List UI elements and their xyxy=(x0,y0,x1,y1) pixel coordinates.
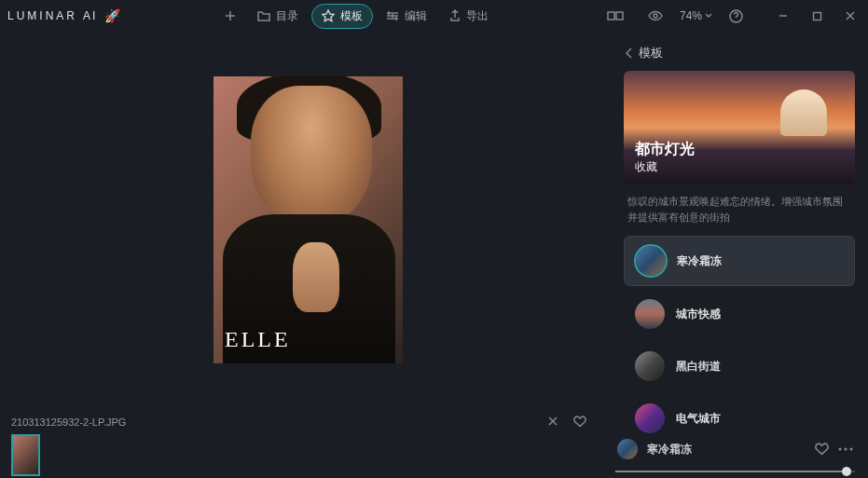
edit-tab[interactable]: 编辑 xyxy=(377,5,436,28)
svg-point-7 xyxy=(850,448,853,451)
image-preview[interactable]: ELLE xyxy=(214,76,403,363)
app-logo: LUMINAR AI 🚀 xyxy=(7,8,123,23)
collection-title: 都市灯光 xyxy=(635,140,695,159)
app-name: LUMINAR xyxy=(7,9,77,22)
export-label: 导出 xyxy=(466,8,489,24)
template-item-city-thrill[interactable]: 城市快感 xyxy=(624,290,855,338)
collection-hero[interactable]: 都市灯光 收藏 xyxy=(624,71,855,184)
template-thumbnail-icon xyxy=(636,246,666,276)
reject-button[interactable] xyxy=(547,416,558,428)
back-button[interactable]: 模板 xyxy=(624,39,855,71)
back-label: 模板 xyxy=(639,45,663,61)
applied-more-button[interactable] xyxy=(838,447,853,451)
svg-rect-1 xyxy=(616,12,623,20)
template-label: 寒冷霜冻 xyxy=(677,253,722,269)
template-thumbnail-icon xyxy=(635,351,665,381)
filmstrip-thumbnail[interactable] xyxy=(11,434,40,476)
svg-rect-4 xyxy=(813,12,820,20)
zoom-value: 74% xyxy=(680,9,702,22)
applied-favorite-button[interactable] xyxy=(815,443,829,456)
minimize-button[interactable] xyxy=(773,6,793,26)
svg-point-5 xyxy=(839,448,842,451)
template-thumbnail-icon xyxy=(635,299,665,329)
help-button[interactable] xyxy=(722,6,751,27)
zoom-dropdown[interactable]: 74% xyxy=(680,9,712,22)
collection-description: 惊叹的城市景观唤起难忘的情绪。增强城市氛围并提供富有创意的街拍 xyxy=(624,184,855,236)
rocket-icon: 🚀 xyxy=(104,8,123,23)
svg-point-6 xyxy=(845,448,847,451)
watermark: ELLE xyxy=(225,327,291,352)
edit-label: 编辑 xyxy=(405,8,427,24)
template-item-cold-frost[interactable]: 寒冷霜冻 xyxy=(624,236,855,286)
template-label: 黑白街道 xyxy=(676,359,721,375)
export-tab[interactable]: 导出 xyxy=(440,5,498,28)
svg-point-2 xyxy=(654,14,657,18)
eye-button[interactable] xyxy=(641,7,670,25)
catalog-tab[interactable]: 目录 xyxy=(248,5,308,28)
templates-label: 模板 xyxy=(340,8,363,24)
svg-rect-0 xyxy=(608,12,614,20)
canvas-area: ELLE 210313125932-2-LP.JPG xyxy=(0,32,616,478)
favorite-button[interactable] xyxy=(573,416,586,428)
template-label: 城市快感 xyxy=(676,307,721,322)
add-button[interactable] xyxy=(216,6,244,26)
template-item-bw-street[interactable]: 黑白街道 xyxy=(624,342,855,390)
catalog-label: 目录 xyxy=(276,8,298,24)
compare-button[interactable] xyxy=(599,7,631,24)
template-thumbnail-icon xyxy=(635,403,665,433)
filename-label: 210313125932-2-LP.JPG xyxy=(11,417,126,428)
template-label: 电气城市 xyxy=(676,411,721,427)
close-button[interactable] xyxy=(840,6,861,26)
templates-tab[interactable]: 模板 xyxy=(311,4,373,29)
applied-thumbnail-icon xyxy=(617,439,638,459)
applied-template-label: 寒冷霜冻 xyxy=(647,442,692,458)
app-suffix: AI xyxy=(83,9,97,22)
collection-subtitle: 收藏 xyxy=(635,159,695,175)
intensity-slider[interactable] xyxy=(615,471,855,472)
slider-knob[interactable] xyxy=(842,467,851,476)
maximize-button[interactable] xyxy=(806,6,827,26)
